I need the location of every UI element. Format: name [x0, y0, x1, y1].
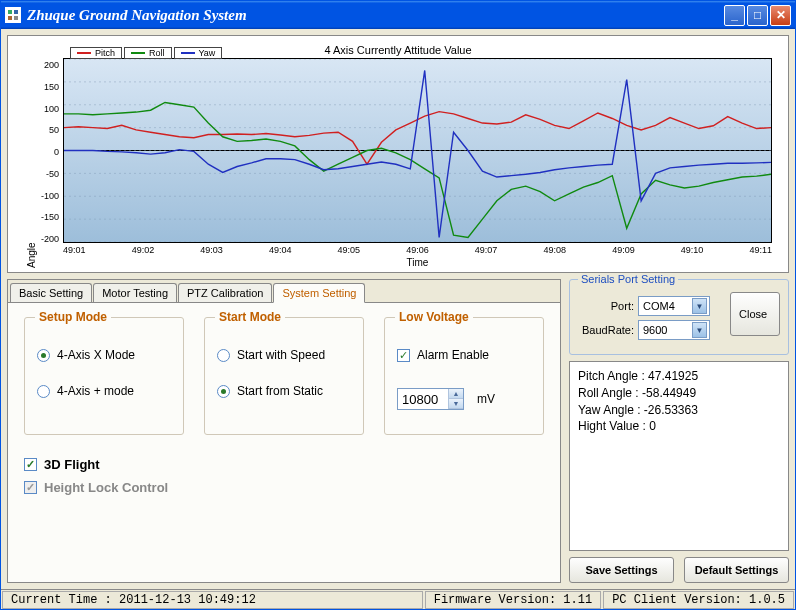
close-button[interactable]: ✕	[770, 5, 791, 26]
tab-motor-testing[interactable]: Motor Testing	[93, 283, 177, 302]
baud-row: BaudRate: 9600 ▼	[578, 320, 722, 340]
checkbox-icon[interactable]	[24, 458, 37, 471]
checkbox-label: 3D Flight	[44, 457, 100, 472]
radio-label: Start from Static	[237, 384, 323, 398]
right-column: Serials Port Setting Port: COM4 ▼ BaudRa…	[569, 279, 789, 583]
chart-xlabel: Time	[63, 257, 772, 268]
radio-start-speed[interactable]: Start with Speed	[217, 348, 351, 362]
serial-port-group: Serials Port Setting Port: COM4 ▼ BaudRa…	[569, 279, 789, 355]
chart-yticks: 200150100500-50-100-150-200	[39, 58, 63, 268]
spinner-buttons[interactable]: ▲▼	[448, 389, 463, 409]
tab-system-setting[interactable]: System Setting	[273, 283, 365, 303]
radio-4axis-plus[interactable]: 4-Axis + mode	[37, 384, 171, 398]
status-firmware: Firmware Version: 1.11	[425, 591, 601, 609]
svg-rect-3	[14, 16, 18, 20]
radio-label: 4-Axis X Mode	[57, 348, 135, 362]
status-time: Current Time : 2011-12-13 10:49:12	[2, 591, 423, 609]
tab-system-setting: Setup Mode 4-Axis X Mode 4-Axis + mode	[8, 302, 560, 582]
checkbox-icon[interactable]	[24, 481, 37, 494]
baud-value: 9600	[643, 324, 667, 336]
alarm-enable-check[interactable]: Alarm Enable	[397, 348, 531, 362]
legend-roll: Roll	[124, 47, 172, 59]
checkbox-label: Alarm Enable	[417, 348, 489, 362]
app-window: Zhuque Ground Navigation System _ □ ✕ 4 …	[0, 0, 796, 610]
port-label: Port:	[578, 300, 634, 312]
baud-combo[interactable]: 9600 ▼	[638, 320, 710, 340]
maximize-button[interactable]: □	[747, 5, 768, 26]
yaw-label: Yaw Angle :	[578, 403, 640, 417]
pitch-label: Pitch Angle :	[578, 369, 645, 383]
voltage-spinner-row: ▲▼ mV	[397, 388, 531, 410]
3d-flight-check[interactable]: 3D Flight	[24, 457, 544, 472]
radio-label: Start with Speed	[237, 348, 325, 362]
radio-label: 4-Axis + mode	[57, 384, 134, 398]
setup-mode-group: Setup Mode 4-Axis X Mode 4-Axis + mode	[24, 317, 184, 435]
radio-icon[interactable]	[37, 385, 50, 398]
checkbox-label: Height Lock Control	[44, 480, 168, 495]
titlebar[interactable]: Zhuque Ground Navigation System _ □ ✕	[1, 1, 795, 29]
telemetry-panel: Pitch Angle : 47.41925 Roll Angle : -58.…	[569, 361, 789, 551]
group-title: Start Mode	[215, 310, 285, 324]
radio-icon[interactable]	[217, 385, 230, 398]
window-controls: _ □ ✕	[724, 5, 791, 26]
radio-start-static[interactable]: Start from Static	[217, 384, 351, 398]
button-row: Save Settings Default Settings	[569, 557, 789, 583]
legend-yaw: Yaw	[174, 47, 223, 59]
start-mode-group: Start Mode Start with Speed Start from S…	[204, 317, 364, 435]
tab-basic-setting[interactable]: Basic Setting	[10, 283, 92, 302]
port-row: Port: COM4 ▼	[578, 296, 722, 316]
chart-panel: 4 Axis Currently Attitude Value Angle 20…	[7, 35, 789, 273]
group-title: Serials Port Setting	[578, 273, 678, 285]
chart-xticks: 49:0149:0249:0349:0449:0549:0649:0749:08…	[63, 243, 772, 257]
group-title: Low Voltage	[395, 310, 473, 324]
voltage-input[interactable]	[398, 389, 448, 409]
pitch-value: 47.41925	[648, 369, 698, 383]
baud-label: BaudRate:	[578, 324, 634, 336]
chart-ylabel: Angle	[24, 58, 39, 268]
tabs-panel: Basic SettingMotor TestingPTZ Calibratio…	[7, 279, 561, 583]
radio-icon[interactable]	[37, 349, 50, 362]
lower-panel: Basic SettingMotor TestingPTZ Calibratio…	[7, 279, 789, 583]
spin-up-icon[interactable]: ▲	[449, 389, 463, 399]
app-icon	[5, 7, 21, 23]
port-combo[interactable]: COM4 ▼	[638, 296, 710, 316]
group-title: Setup Mode	[35, 310, 111, 324]
svg-rect-0	[8, 10, 12, 14]
minimize-button[interactable]: _	[724, 5, 745, 26]
height-value: 0	[649, 419, 656, 433]
radio-icon[interactable]	[217, 349, 230, 362]
svg-rect-2	[8, 16, 12, 20]
chevron-down-icon[interactable]: ▼	[692, 298, 707, 314]
legend-pitch: Pitch	[70, 47, 122, 59]
radio-4axis-x[interactable]: 4-Axis X Mode	[37, 348, 171, 362]
voltage-spinner[interactable]: ▲▼	[397, 388, 464, 410]
svg-rect-1	[14, 10, 18, 14]
client-area: 4 Axis Currently Attitude Value Angle 20…	[1, 29, 795, 589]
checkbox-icon[interactable]	[397, 349, 410, 362]
chevron-down-icon[interactable]: ▼	[692, 322, 707, 338]
roll-label: Roll Angle :	[578, 386, 639, 400]
yaw-value: -26.53363	[644, 403, 698, 417]
statusbar: Current Time : 2011-12-13 10:49:12 Firmw…	[1, 589, 795, 609]
status-pc-client: PC Client Version: 1.0.5	[603, 591, 794, 609]
low-voltage-group: Low Voltage Alarm Enable ▲▼ mV	[384, 317, 544, 435]
chart-plot[interactable]: PitchRollYaw	[63, 58, 772, 243]
chart-legend: PitchRollYaw	[70, 47, 222, 59]
window-title: Zhuque Ground Navigation System	[27, 7, 724, 24]
bottom-checks: 3D Flight Height Lock Control	[24, 449, 544, 503]
spin-down-icon[interactable]: ▼	[449, 399, 463, 409]
close-port-button[interactable]: Close	[730, 292, 780, 336]
roll-value: -58.44949	[642, 386, 696, 400]
tabstrip: Basic SettingMotor TestingPTZ Calibratio…	[8, 280, 560, 302]
height-label: Hight Value :	[578, 419, 646, 433]
height-lock-check[interactable]: Height Lock Control	[24, 480, 544, 495]
voltage-unit: mV	[477, 392, 495, 406]
port-value: COM4	[643, 300, 675, 312]
save-settings-button[interactable]: Save Settings	[569, 557, 674, 583]
default-settings-button[interactable]: Default Settings	[684, 557, 789, 583]
tab-ptz-calibration[interactable]: PTZ Calibration	[178, 283, 272, 302]
